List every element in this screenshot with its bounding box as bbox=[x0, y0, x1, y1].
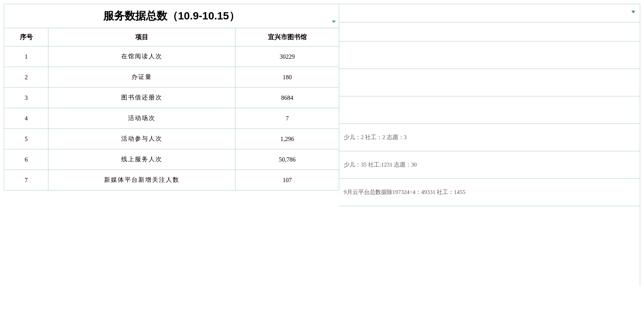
table-row: 3 图书借还册次 8684 bbox=[4, 88, 339, 108]
notes-row-2-text bbox=[339, 69, 640, 96]
row-7-index: 7 bbox=[4, 170, 48, 191]
notes-row-5-text: 少儿：35 社工:1231 志愿：30 bbox=[339, 151, 640, 178]
table-row: 6 线上服务人次 50,786 bbox=[4, 149, 339, 170]
col-header-index: 序号 bbox=[4, 28, 48, 46]
row-3-value: 8684 bbox=[235, 88, 339, 108]
notes-row-5: 少儿：35 社工:1231 志愿：30 bbox=[339, 151, 640, 178]
notes-row-1 bbox=[339, 41, 640, 69]
notes-spacer-cell bbox=[339, 22, 640, 41]
row-5-index: 5 bbox=[4, 129, 48, 149]
row-5-item: 活动参与人次 bbox=[48, 129, 235, 149]
row-5-value: 1,296 bbox=[235, 129, 339, 149]
title-row: 服务数据总数（10.9-10.15） bbox=[4, 4, 339, 28]
table-row: 4 活动场次 7 bbox=[4, 108, 339, 129]
row-4-value: 7 bbox=[235, 108, 339, 129]
notes-row-7 bbox=[339, 206, 640, 233]
row-6-value: 50,786 bbox=[235, 149, 339, 170]
row-2-item: 办证量 bbox=[48, 67, 235, 88]
row-3-index: 3 bbox=[4, 88, 48, 108]
notes-table: 少儿：2 社工：2 志愿：3 少儿：35 社工:1231 志愿：30 9月云平台… bbox=[339, 22, 640, 233]
notes-row-6: 9月云平台总数据除197324÷4：49331 社工：1455 bbox=[339, 178, 640, 206]
row-6-item: 线上服务人次 bbox=[48, 149, 235, 170]
row-2-value: 180 bbox=[235, 67, 339, 88]
col-header-library: 宜兴市图书馆 bbox=[235, 28, 339, 46]
row-1-index: 1 bbox=[4, 46, 48, 67]
row-1-value: 30229 bbox=[235, 46, 339, 67]
notes-row-4: 少儿：2 社工：2 志愿：3 bbox=[339, 123, 640, 151]
right-panel: 少儿：2 社工：2 志愿：3 少儿：35 社工:1231 志愿：30 9月云平台… bbox=[339, 4, 640, 286]
main-table-container: 服务数据总数（10.9-10.15） 序号 项目 宜兴市图书馆 1 在馆阅读人次… bbox=[4, 4, 339, 191]
row-3-item: 图书借还册次 bbox=[48, 88, 235, 108]
table-title: 服务数据总数（10.9-10.15） bbox=[103, 10, 240, 22]
notes-header-spacer bbox=[339, 22, 640, 41]
table-row: 2 办证量 180 bbox=[4, 67, 339, 88]
row-7-value: 107 bbox=[235, 170, 339, 191]
table-row: 7 新媒体平台新增关注人数 107 bbox=[4, 170, 339, 191]
notes-row-1-text bbox=[339, 41, 640, 69]
row-2-index: 2 bbox=[4, 67, 48, 88]
title-cell: 服务数据总数（10.9-10.15） bbox=[4, 4, 339, 28]
title-dropdown[interactable] bbox=[330, 18, 336, 25]
row-1-item: 在馆阅读人次 bbox=[48, 46, 235, 67]
notes-row-2 bbox=[339, 69, 640, 96]
notes-row-7-text bbox=[339, 206, 640, 233]
row-4-item: 活动场次 bbox=[48, 108, 235, 129]
notes-row-6-text: 9月云平台总数据除197324÷4：49331 社工：1455 bbox=[339, 178, 640, 206]
dropdown-arrow-title[interactable] bbox=[332, 21, 336, 23]
notes-row-3-text bbox=[339, 96, 640, 123]
notes-row-3 bbox=[339, 96, 640, 123]
table-row: 5 活动参与人次 1,296 bbox=[4, 129, 339, 149]
table-row: 1 在馆阅读人次 30229 bbox=[4, 46, 339, 67]
page-wrapper: 服务数据总数（10.9-10.15） 序号 项目 宜兴市图书馆 1 在馆阅读人次… bbox=[4, 4, 640, 286]
col-header-item: 项目 bbox=[48, 28, 235, 46]
notes-row-4-text: 少儿：2 社工：2 志愿：3 bbox=[339, 123, 640, 151]
right-panel-header bbox=[339, 4, 640, 22]
row-7-item: 新媒体平台新增关注人数 bbox=[48, 170, 235, 191]
row-6-index: 6 bbox=[4, 149, 48, 170]
header-row: 序号 项目 宜兴市图书馆 bbox=[4, 28, 339, 46]
right-dropdown-icon[interactable] bbox=[631, 11, 637, 16]
data-table: 服务数据总数（10.9-10.15） 序号 项目 宜兴市图书馆 1 在馆阅读人次… bbox=[4, 4, 339, 191]
row-4-index: 4 bbox=[4, 108, 48, 129]
